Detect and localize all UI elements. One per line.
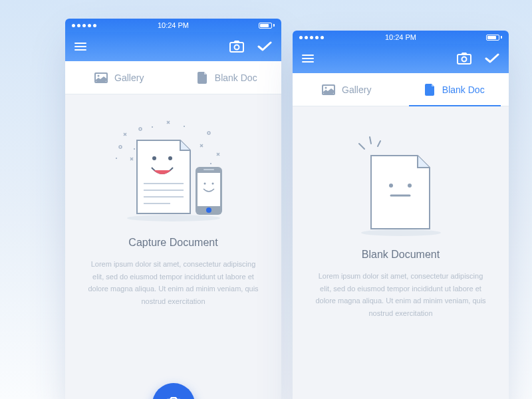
svg-point-32	[408, 184, 412, 188]
svg-point-20	[127, 215, 220, 221]
battery-icon	[259, 23, 275, 29]
svg-rect-15	[198, 173, 220, 206]
svg-line-29	[370, 137, 371, 144]
tab-bar: Gallery Blank Doc	[293, 73, 509, 106]
svg-point-31	[389, 184, 393, 188]
screen-body: Lorem ipsum dolor sit amet, consectetur …	[305, 270, 497, 320]
svg-point-5	[119, 146, 122, 148]
menu-icon[interactable]	[74, 43, 86, 51]
svg-point-4	[98, 74, 100, 76]
camera-icon[interactable]	[229, 41, 244, 53]
status-time: 10:24 PM	[385, 33, 416, 41]
svg-point-16	[206, 207, 211, 213]
tab-gallery-label: Gallery	[342, 84, 371, 95]
tab-blank-label: Blank Doc	[215, 72, 257, 83]
camera-icon[interactable]	[457, 53, 471, 65]
tab-gallery[interactable]: Gallery	[65, 61, 174, 94]
gallery-icon	[94, 72, 108, 83]
svg-point-18	[203, 182, 205, 184]
screen-title: Blank Document	[305, 249, 497, 261]
svg-point-1	[235, 45, 239, 50]
tab-gallery-label: Gallery	[114, 72, 144, 83]
svg-point-8	[152, 156, 156, 160]
capture-illustration	[77, 112, 269, 231]
screen-body: Lorem ipsum dolor sit amet, consectetur …	[77, 258, 269, 308]
tab-blank-doc[interactable]: Blank Doc	[401, 73, 509, 106]
svg-point-7	[207, 132, 210, 134]
svg-point-27	[325, 86, 327, 88]
content-area: Blank Document Lorem ipsum dolor sit ame…	[293, 106, 509, 399]
status-bar: 10:24 PM	[65, 19, 281, 32]
tab-blank-label: Blank Doc	[442, 84, 485, 95]
phone-blank: 10:24 PM Gallery Blank Doc	[293, 31, 509, 399]
svg-point-34	[361, 229, 441, 236]
svg-point-9	[168, 156, 172, 160]
signal-dots-icon	[299, 36, 324, 39]
content-area: Capture Document Lorem ipsum dolor sit a…	[65, 94, 281, 399]
nav-bar	[293, 44, 509, 73]
document-icon	[425, 84, 436, 96]
blank-illustration	[305, 124, 497, 243]
checkmark-icon[interactable]	[485, 53, 499, 64]
tab-blank-doc[interactable]: Blank Doc	[174, 61, 282, 94]
status-time: 10:24 PM	[158, 21, 189, 29]
svg-line-30	[378, 141, 380, 146]
capture-button[interactable]	[152, 383, 195, 399]
tab-bar: Gallery Blank Doc	[65, 61, 281, 94]
svg-rect-23	[458, 55, 471, 64]
checkmark-icon[interactable]	[257, 41, 272, 52]
screen-title: Capture Document	[77, 237, 269, 249]
signal-dots-icon	[72, 24, 96, 27]
svg-point-19	[211, 182, 213, 184]
menu-icon[interactable]	[302, 55, 314, 63]
phone-capture: 10:24 PM Gallery Blank Doc	[65, 19, 281, 399]
status-bar: 10:24 PM	[293, 31, 509, 44]
svg-rect-0	[230, 43, 243, 52]
svg-line-28	[359, 144, 364, 149]
tab-gallery[interactable]: Gallery	[293, 73, 401, 106]
nav-bar	[65, 32, 281, 61]
svg-point-24	[462, 57, 467, 62]
battery-icon	[486, 35, 502, 41]
gallery-icon	[322, 84, 335, 95]
svg-rect-17	[203, 169, 214, 170]
document-icon	[198, 72, 208, 84]
svg-point-6	[139, 128, 142, 130]
